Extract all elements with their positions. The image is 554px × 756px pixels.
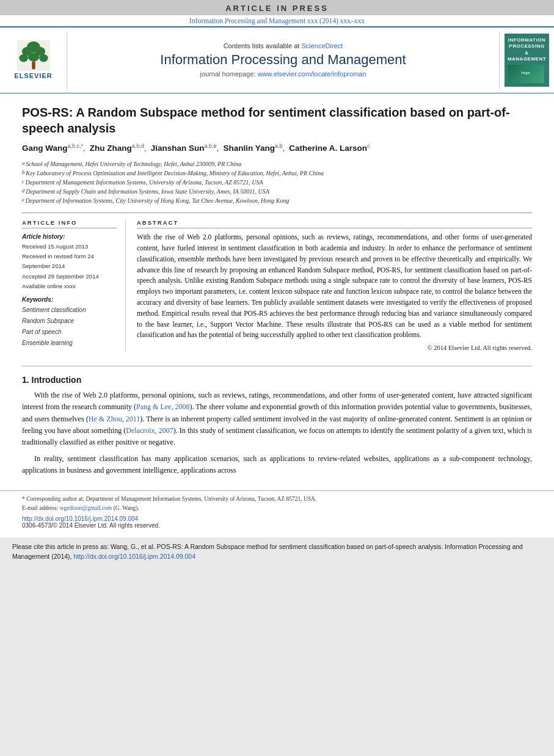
article-content: POS-RS: A Random Subspace method for sen… (0, 93, 554, 358)
journal-link-bar: Information Processing and Management xx… (0, 15, 554, 26)
keyword-3: Part of speech (22, 327, 117, 338)
delacroix-link[interactable]: Delacroix, 2007 (126, 426, 173, 435)
author-gang-wang: Gang Wang (22, 144, 68, 153)
article-in-press-banner: ARTICLE IN PRESS (0, 0, 554, 15)
article-dates: Received 15 August 2013 Received in revi… (22, 242, 117, 291)
svg-point-6 (39, 54, 48, 62)
author-jianshan-sun: Jianshan Sun (151, 144, 205, 153)
article-info-column: ARTICLE INFO Article history: Received 1… (22, 219, 126, 351)
abstract-header: ABSTRACT (137, 219, 532, 228)
elsevier-brand-text: ELSEVIER (14, 72, 52, 79)
contents-label: Contents lists available at (224, 42, 300, 49)
author-shanlin-yang: Shanlin Yang (223, 144, 275, 153)
doi-link[interactable]: http://dx.doi.org/10.1016/j.ipm.2014.09.… (22, 515, 138, 522)
intro-paragraph-2: In reality, sentiment classification has… (22, 453, 532, 476)
homepage-label: journal homepage: (200, 70, 255, 78)
keyword-1: Sentiment classification (22, 305, 117, 316)
keywords-title: Keywords: (22, 296, 117, 303)
journal-header: ELSEVIER Contents lists available at Sci… (0, 26, 554, 93)
elsevier-tree-icon (15, 40, 52, 71)
citation-bar: Please cite this article in press as: Wa… (0, 537, 554, 567)
accepted-date: Accepted 29 September 2014 (22, 272, 117, 282)
pang-lee-link[interactable]: Pang & Lee, 2008 (136, 402, 189, 411)
elsevier-logo: ELSEVIER (14, 40, 52, 79)
svg-point-5 (27, 53, 38, 62)
corresponding-label: * Corresponding author at; Department of… (22, 496, 316, 502)
email-suffix: (G. Wang). (114, 505, 139, 511)
abstract-column: ABSTRACT With the rise of Web 2.0 platfo… (137, 219, 532, 351)
journal-header-right: INFORMATIONPROCESSING&MANAGEMENT logo (499, 31, 554, 89)
received-date: Received 15 August 2013 (22, 242, 117, 252)
homepage-url[interactable]: www.elsevier.com/locate/infoproman (258, 70, 366, 78)
two-column-layout: ARTICLE INFO Article history: Received 1… (22, 213, 532, 351)
email-address[interactable]: wgedison@gmail.com (60, 505, 112, 511)
svg-point-4 (19, 54, 28, 62)
introduction-section: 1. Introduction With the rise of Web 2.0… (0, 375, 554, 481)
journal-right-logo: INFORMATIONPROCESSING&MANAGEMENT logo (505, 34, 549, 87)
corresponding-author: * Corresponding author at; Department of… (22, 495, 532, 504)
doi-line: http://dx.doi.org/10.1016/j.ipm.2014.09.… (22, 515, 532, 522)
email-label: E-mail address: (22, 505, 58, 511)
banner-text: ARTICLE IN PRESS (225, 4, 329, 13)
footnote-section: * Corresponding author at; Department of… (0, 490, 554, 531)
copyright-footer: 0306-4573/© 2014 Elsevier Ltd. All right… (22, 522, 532, 529)
sciencedirect-link[interactable]: ScienceDirect (301, 42, 343, 49)
introduction-heading: 1. Introduction (22, 375, 532, 385)
keywords-list: Sentiment classification Random Subspace… (22, 305, 117, 349)
author-catherine-larson: Catherine A. Larson (289, 144, 367, 153)
journal-link-text: Information Processing and Management xx… (189, 17, 365, 24)
keyword-4: Ensemble learning (22, 338, 117, 349)
available-date: Available online xxxx (22, 282, 117, 291)
affiliation-e: eDepartment of Information Systems, City… (22, 196, 532, 205)
email-line: E-mail address: wgedison@gmail.com (G. W… (22, 504, 532, 513)
page-wrapper: ARTICLE IN PRESS Information Processing … (0, 0, 554, 566)
journal-header-left: ELSEVIER (0, 31, 67, 89)
keyword-2: Random Subspace (22, 316, 117, 327)
affiliation-a: aSchool of Management, Hefei University … (22, 159, 532, 169)
article-history-title: Article history: (22, 233, 117, 240)
author-zhu-zhang: Zhu Zhang (90, 144, 132, 153)
contents-line: Contents lists available at ScienceDirec… (224, 42, 343, 49)
affiliation-d: dDepartment of Supply Chain and Informat… (22, 187, 532, 196)
affiliation-b: bKey Laboratory of Process Optimization … (22, 169, 532, 178)
citation-doi-link[interactable]: http://dx.doi.org/10.1016/j.ipm.2014.09.… (73, 553, 195, 560)
section-divider (22, 366, 532, 366)
article-info-header: ARTICLE INFO (22, 219, 117, 228)
journal-header-center: Contents lists available at ScienceDirec… (67, 31, 499, 89)
svg-rect-7 (32, 62, 35, 70)
intro-paragraph-1: With the rise of Web 2.0 platforms, pers… (22, 390, 532, 448)
affiliation-c: cDepartment of Management Information Sy… (22, 178, 532, 187)
journal-homepage: journal homepage: www.elsevier.com/locat… (200, 70, 366, 78)
authors-line: Gang Wanga,b,c,*, Zhu Zhanga,b,d, Jiansh… (22, 142, 532, 155)
article-title: POS-RS: A Random Subspace method for sen… (22, 104, 532, 136)
revised-date: Received in revised form 24 September 20… (22, 252, 117, 271)
abstract-copyright: © 2014 Elsevier Ltd. All rights reserved… (137, 344, 532, 351)
abstract-text: With the rise of Web 2.0 platforms, pers… (137, 232, 532, 341)
affiliations: aSchool of Management, Hefei University … (22, 159, 532, 205)
he-zhou-link[interactable]: He & Zhou, 2011 (89, 415, 140, 423)
journal-title: Information Processing and Management (160, 52, 406, 68)
